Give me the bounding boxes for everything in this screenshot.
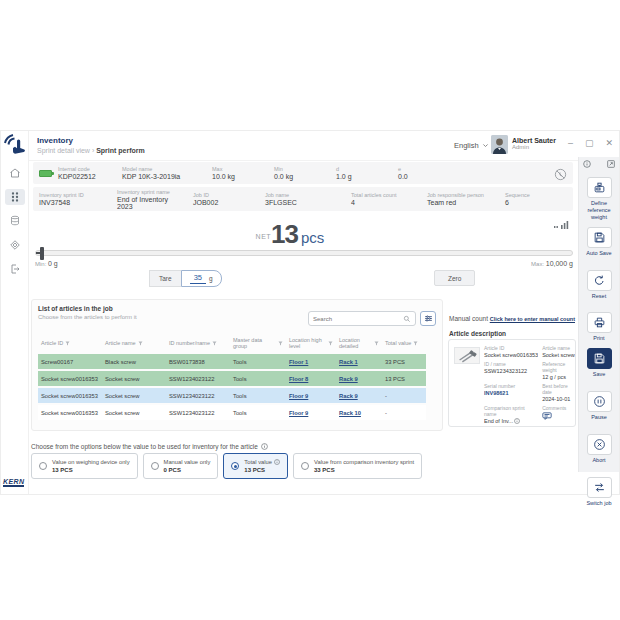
field-label: Inventory sprint name (117, 189, 181, 195)
switch-job-button[interactable]: Switch job (580, 477, 618, 507)
table-cell[interactable]: Tools (230, 354, 286, 371)
save-icon (593, 352, 606, 365)
pause-button[interactable]: Pause (580, 391, 618, 421)
define-reference-weight-button[interactable]: Define reference weight (580, 177, 618, 221)
field-value: JOB002 (193, 199, 253, 206)
abort-icon (593, 438, 606, 451)
table-cell[interactable]: Socket screw0016353 (38, 388, 102, 405)
option-total-value[interactable]: Total value 13 PCS (223, 453, 288, 479)
language-label: English (454, 141, 479, 150)
info-icon[interactable] (514, 418, 520, 424)
kern-touch-logo-icon (3, 133, 27, 159)
table-cell[interactable]: 33 PCS (382, 354, 426, 371)
column-header[interactable]: Article ID (38, 334, 102, 354)
close-button[interactable]: ✕ (605, 139, 613, 148)
article-description-card: Article IDSocket screw0016353 Article na… (448, 339, 576, 427)
table-cell-location-link[interactable]: Floor 8 (286, 371, 336, 388)
table-cell[interactable]: Socket screw0016353 (38, 405, 102, 422)
table-cell-location-link[interactable]: Rack 10 (336, 405, 382, 422)
field-label: Job name (265, 192, 339, 198)
table-cell-location-link[interactable]: Floor 9 (286, 405, 336, 422)
table-cell[interactable]: Socket screw0016353 (38, 371, 102, 388)
table-cell[interactable]: BSW0173838 (166, 354, 230, 371)
print-button[interactable]: Print (580, 312, 618, 342)
slider-handle[interactable] (40, 247, 44, 260)
radio-icon[interactable] (151, 462, 159, 470)
column-header[interactable]: Master data group (230, 334, 286, 354)
table-cell[interactable]: Tools (230, 405, 286, 422)
table-cell[interactable]: - (382, 388, 426, 405)
table-cell[interactable]: Tools (230, 371, 286, 388)
option-weighing-device-only[interactable]: Value on weighing device only13 PCS (31, 453, 138, 479)
table-cell[interactable]: SSW1234023122 (166, 388, 230, 405)
sidebar-item-home[interactable] (5, 165, 25, 181)
table-cell[interactable]: Socket screw (102, 405, 166, 422)
table-cell[interactable]: Socket screw (102, 371, 166, 388)
radio-icon[interactable] (39, 462, 47, 470)
value-options: Value on weighing device only13 PCS Manu… (31, 453, 422, 479)
table-cell[interactable]: Black screw (102, 354, 166, 371)
table-cell-location-link[interactable]: Rack 9 (336, 371, 382, 388)
sidebar-item-logout[interactable] (5, 261, 25, 277)
abort-button[interactable]: Abort (580, 434, 618, 464)
table-cell[interactable]: 13 PCS (382, 371, 426, 388)
table-cell-location-link[interactable]: Rack 9 (336, 388, 382, 405)
column-header[interactable]: Location detailed (336, 334, 382, 354)
page-title: Inventory (37, 136, 73, 145)
table-cell[interactable]: Socket screw (102, 388, 166, 405)
desc-value: Socket screw0016353 (484, 352, 538, 358)
job-info-bar: Inventory sprint IDINV37548 Inventory sp… (33, 187, 573, 211)
option-manual-value-only[interactable]: Manual value only0 PCS (143, 453, 219, 479)
field-value: 6 (505, 199, 543, 206)
column-header[interactable]: Location high level (286, 334, 336, 354)
tare-input[interactable]: 35 g (181, 270, 222, 287)
avatar[interactable] (491, 135, 508, 154)
table-cell[interactable]: SSW1234023122 (166, 405, 230, 422)
pause-icon (593, 395, 606, 408)
column-header[interactable]: Total value (382, 334, 426, 354)
articles-title: List of articles in the job (38, 305, 137, 312)
radio-icon[interactable] (301, 462, 309, 470)
option-comparison-sprint-value[interactable]: Value from comparison inventory sprint33… (293, 453, 422, 479)
weight-display: NET13pcs (1, 219, 579, 250)
info-icon[interactable] (583, 160, 591, 168)
column-header[interactable]: ID number/name (166, 334, 230, 354)
touch-disabled-icon[interactable] (554, 167, 567, 180)
breadcrumb-parent[interactable]: Sprint detail view (37, 147, 90, 154)
slider-min: Min: 0 g (35, 260, 58, 267)
table-cell-location-link[interactable]: Floor 1 (286, 354, 336, 371)
field-label: e (398, 166, 448, 172)
serial-number-link[interactable]: INV98621 (484, 390, 538, 396)
zero-button[interactable]: Zero (434, 270, 475, 286)
filter-button[interactable] (420, 311, 436, 326)
breadcrumb-separator: › (92, 147, 94, 154)
manual-count-link[interactable]: Click here to enter manual count (490, 316, 575, 322)
language-selector[interactable]: English (454, 141, 489, 150)
funnel-icon (212, 341, 217, 346)
search-input[interactable] (313, 316, 400, 322)
table-cell[interactable]: Tools (230, 388, 286, 405)
save-outline-icon (593, 231, 606, 244)
save-button[interactable]: Save (580, 348, 618, 378)
scale-icon (593, 181, 606, 194)
table-cell-location-link[interactable]: Rack 1 (336, 354, 382, 371)
desc-value: 2024-10-01 (542, 396, 575, 402)
maximize-button[interactable]: ▢ (585, 139, 594, 148)
auto-save-button[interactable]: Auto Save (580, 227, 618, 257)
field-label: Job responsible person (427, 192, 493, 198)
table-cell[interactable]: - (382, 405, 426, 422)
table-cell-location-link[interactable]: Floor 9 (286, 388, 336, 405)
expand-icon[interactable] (607, 160, 615, 168)
radio-icon[interactable] (231, 462, 239, 470)
comment-icon[interactable] (542, 412, 552, 420)
tare-value[interactable]: 35 (190, 273, 206, 284)
table-cell[interactable]: SSW1234023122 (166, 371, 230, 388)
weight-range-slider[interactable] (35, 250, 573, 256)
reset-button[interactable]: Reset (580, 270, 618, 300)
info-icon (261, 443, 268, 450)
sidebar-item-inventory[interactable] (5, 189, 25, 205)
minimize-button[interactable]: – (568, 139, 573, 148)
column-header[interactable]: Article name (102, 334, 166, 354)
info-icon[interactable] (274, 459, 280, 465)
table-cell[interactable]: Screw00167 (38, 354, 102, 371)
